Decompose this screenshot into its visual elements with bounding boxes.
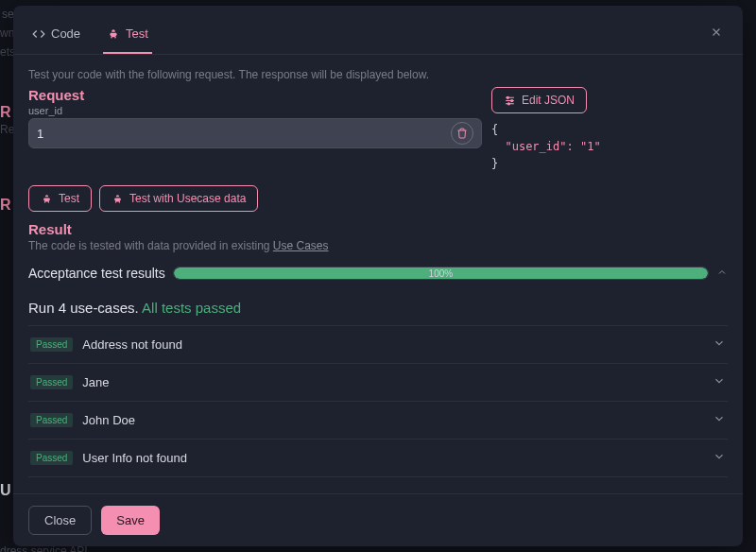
bg-text: R xyxy=(0,197,11,214)
bug-icon xyxy=(112,193,124,205)
bg-text: R xyxy=(0,104,11,121)
close-icon-button[interactable] xyxy=(707,23,726,42)
trash-icon xyxy=(456,128,468,139)
tab-code[interactable]: Code xyxy=(28,17,84,54)
test-name: Jane xyxy=(82,375,703,389)
tab-test[interactable]: Test xyxy=(103,17,152,54)
chevron-down-icon xyxy=(713,374,726,388)
delete-field-button[interactable] xyxy=(451,122,473,145)
test-list: Passed Address not found Passed Jane Pas… xyxy=(28,325,728,477)
status-badge: Passed xyxy=(30,413,73,427)
user-id-input-wrap xyxy=(28,118,482,148)
tabs: Code Test xyxy=(13,6,743,55)
acceptance-label: Acceptance test results xyxy=(28,266,165,281)
test-row[interactable]: Passed User Info not found xyxy=(28,440,728,477)
test-name: User Info not found xyxy=(82,451,703,465)
collapse-button[interactable] xyxy=(716,267,728,281)
edit-json-label: Edit JSON xyxy=(522,94,575,107)
modal: Code Test Test your code with the follow… xyxy=(13,6,743,546)
close-icon xyxy=(710,26,723,39)
run-summary: Run 4 use-cases. All tests passed xyxy=(28,300,728,316)
tab-code-label: Code xyxy=(51,26,80,41)
save-button[interactable]: Save xyxy=(101,506,160,535)
test-button[interactable]: Test xyxy=(28,185,92,212)
test-name: John Doe xyxy=(82,413,703,427)
chevron-down-icon xyxy=(713,450,726,463)
field-label-user-id: user_id xyxy=(28,105,482,116)
test-name: Address not found xyxy=(82,337,703,352)
chevron-down-icon xyxy=(713,336,726,350)
close-button[interactable]: Close xyxy=(28,506,92,535)
test-row[interactable]: Passed Address not found xyxy=(28,325,728,364)
status-badge: Passed xyxy=(30,375,73,389)
user-id-input[interactable] xyxy=(37,127,451,141)
bg-text: U xyxy=(0,482,11,499)
request-title: Request xyxy=(28,87,482,103)
test-row[interactable]: Passed John Doe xyxy=(28,402,728,440)
status-badge: Passed xyxy=(30,451,73,465)
bug-icon xyxy=(41,193,53,205)
tab-test-label: Test xyxy=(126,26,148,41)
code-icon xyxy=(32,27,45,41)
svg-point-4 xyxy=(511,99,513,101)
result-title: Result xyxy=(28,221,728,237)
svg-point-3 xyxy=(507,96,508,98)
result-desc: The code is tested with data provided in… xyxy=(28,239,728,252)
edit-json-button[interactable]: Edit JSON xyxy=(491,87,587,113)
modal-body: Test your code with the following reques… xyxy=(13,55,743,493)
test-row[interactable]: Passed Jane xyxy=(28,364,728,402)
progress-percent: 100% xyxy=(174,267,708,279)
chevron-up-icon xyxy=(716,267,728,278)
test-button-label: Test xyxy=(59,192,79,205)
chevron-down-icon xyxy=(713,412,726,425)
status-badge: Passed xyxy=(30,337,73,352)
bg-text: se xyxy=(2,8,14,21)
sliders-icon xyxy=(504,95,516,107)
progress-bar: 100% xyxy=(173,267,709,280)
use-cases-link[interactable]: Use Cases xyxy=(273,239,329,252)
test-usecase-button[interactable]: Test with Usecase data xyxy=(99,185,258,212)
json-preview: { "user_id": "1"} xyxy=(491,121,728,172)
test-usecase-button-label: Test with Usecase data xyxy=(129,192,246,205)
footer: Close Save xyxy=(13,493,743,546)
description: Test your code with the following reques… xyxy=(28,68,728,81)
bug-icon xyxy=(107,27,120,41)
svg-point-5 xyxy=(507,102,509,104)
summary-status: All tests passed xyxy=(142,300,241,316)
